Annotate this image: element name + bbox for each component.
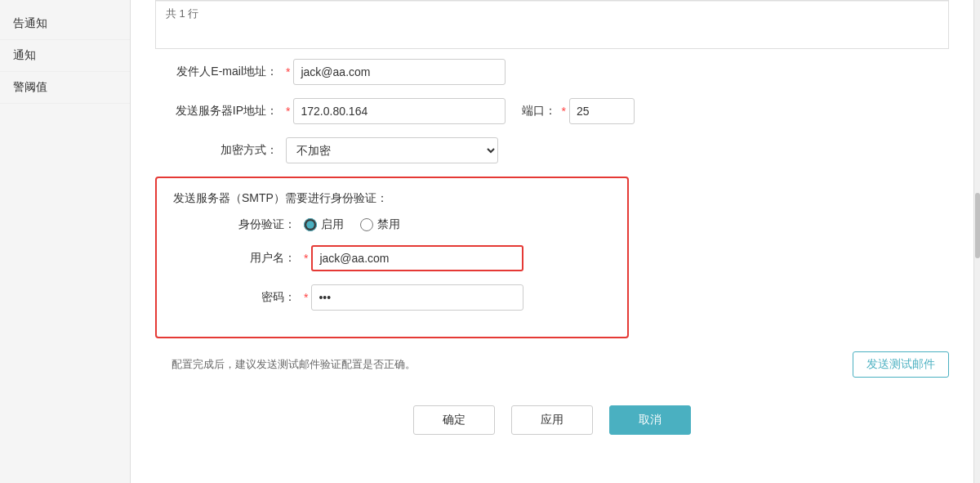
server-ip-input[interactable] — [293, 98, 506, 124]
password-row: 密码： * — [173, 284, 611, 311]
send-test-button[interactable]: 发送测试邮件 — [853, 351, 949, 378]
encrypt-select[interactable]: 不加密 SSL/TLS STARTTLS — [286, 137, 498, 163]
auth-disabled-label[interactable]: 禁用 — [360, 217, 400, 232]
auth-radio-group: 启用 禁用 — [304, 217, 400, 232]
scrollbar[interactable] — [973, 0, 980, 483]
password-input[interactable] — [311, 284, 523, 311]
scrollbar-thumb — [975, 193, 980, 258]
server-ip-label: 发送服务器IP地址： — [155, 104, 286, 119]
table-footer: 共 1 行 — [156, 1, 948, 26]
sidebar-item-threshold[interactable]: 警阈值 — [0, 72, 130, 104]
confirm-button[interactable]: 确定 — [413, 405, 495, 435]
server-ip-row: 发送服务器IP地址： * 端口： * — [155, 98, 949, 124]
port-label: 端口： — [522, 104, 556, 119]
port-input[interactable] — [569, 98, 635, 124]
required-star-password: * — [304, 291, 308, 304]
encrypt-label: 加密方式： — [155, 143, 286, 158]
sender-email-input[interactable] — [293, 59, 506, 85]
encrypt-row: 加密方式： 不加密 SSL/TLS STARTTLS — [155, 137, 949, 163]
sidebar-item-notify[interactable]: 通知 — [0, 40, 130, 72]
sidebar-item-alert-notify[interactable]: 告通知 — [0, 8, 130, 40]
main-content: 共 1 行 发件人E-mail地址： * 发送服务器IP地址： * 端口： * — [131, 0, 973, 483]
sidebar: 告通知 通知 警阈值 — [0, 0, 131, 483]
sender-email-label: 发件人E-mail地址： — [155, 65, 286, 79]
cancel-button[interactable]: 取消 — [609, 405, 691, 435]
hint-text: 配置完成后，建议发送测试邮件验证配置是否正确。 — [172, 357, 416, 372]
username-label: 用户名： — [173, 251, 304, 266]
required-star-username: * — [304, 252, 308, 265]
auth-label: 身份验证： — [173, 217, 304, 232]
required-star-server: * — [286, 105, 290, 118]
smtp-title: 发送服务器（SMTP）需要进行身份验证： — [173, 191, 611, 206]
auth-enabled-label[interactable]: 启用 — [304, 217, 344, 232]
apply-button[interactable]: 应用 — [511, 405, 593, 435]
username-row: 用户名： * — [173, 245, 611, 271]
smtp-auth-box: 发送服务器（SMTP）需要进行身份验证： 身份验证： 启用 禁用 — [155, 177, 629, 338]
bottom-row: 配置完成后，建议发送测试邮件验证配置是否正确。 发送测试邮件 — [155, 351, 949, 378]
auth-disabled-radio[interactable] — [360, 218, 373, 231]
auth-enabled-radio[interactable] — [304, 218, 317, 231]
username-input[interactable] — [311, 245, 523, 271]
required-star-sender: * — [286, 65, 290, 78]
password-label: 密码： — [173, 290, 304, 305]
table-area: 共 1 行 — [155, 0, 949, 49]
auth-row: 身份验证： 启用 禁用 — [173, 217, 611, 232]
action-buttons: 确定 应用 取消 — [155, 397, 949, 435]
sender-email-row: 发件人E-mail地址： * — [155, 59, 949, 85]
required-star-port: * — [561, 105, 565, 118]
